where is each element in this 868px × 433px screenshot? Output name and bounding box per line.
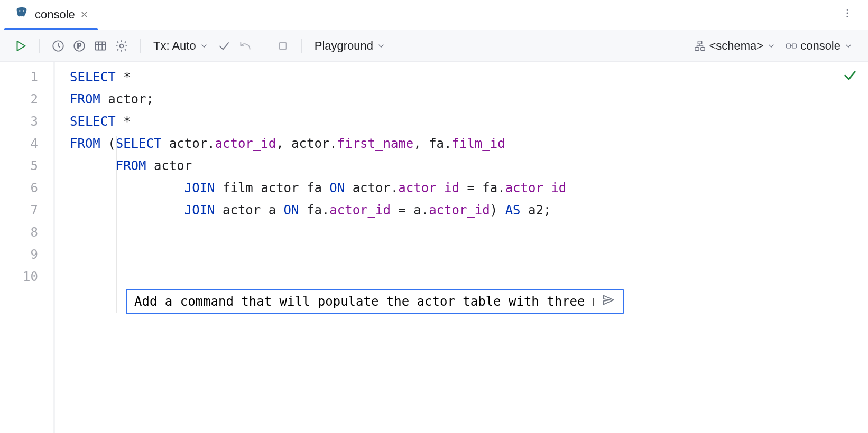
run-button[interactable]: [12, 37, 30, 55]
keyword: FROM: [116, 158, 146, 173]
settings-button[interactable]: [113, 37, 131, 55]
text: *: [116, 114, 131, 129]
line-number: 2: [0, 88, 53, 110]
svg-rect-19: [792, 44, 796, 48]
svg-rect-14: [279, 42, 286, 49]
column: actor_id: [505, 181, 567, 195]
column: actor_id: [398, 181, 459, 195]
text: *: [116, 70, 131, 84]
svg-point-1: [23, 10, 24, 11]
line-number: 6: [0, 177, 53, 199]
column: actor_id: [429, 203, 490, 218]
text: actor.: [161, 136, 215, 151]
separator: [39, 39, 40, 53]
keyword: SELECT: [116, 136, 162, 151]
svg-rect-9: [95, 42, 106, 50]
separator: [301, 39, 302, 53]
playground-label: Playground: [315, 39, 373, 53]
pad: [70, 203, 184, 218]
sql-editor[interactable]: 1 2 3 4 5 6 7 8 9 10 SELECT * FROM actor…: [0, 62, 868, 433]
query-toolbar: P Tx: Auto Playground <schema> console: [0, 30, 868, 62]
svg-marker-5: [17, 41, 25, 50]
keyword: JOIN: [184, 181, 215, 195]
text: actor;: [100, 92, 154, 107]
line-number: 3: [0, 110, 53, 133]
svg-rect-15: [698, 41, 702, 44]
line-number: 5: [0, 155, 53, 177]
svg-rect-18: [787, 44, 790, 48]
separator: [264, 39, 264, 53]
text: film_actor fa: [215, 181, 330, 195]
postgres-icon: [14, 6, 30, 24]
explain-plan-button[interactable]: P: [70, 37, 88, 55]
pad: [70, 158, 116, 173]
separator: [140, 39, 141, 53]
svg-point-3: [847, 13, 848, 14]
svg-point-2: [847, 9, 848, 11]
schema-label: <schema>: [709, 39, 763, 53]
column: actor_id: [329, 203, 391, 218]
tab-overflow-button[interactable]: [831, 7, 864, 22]
text: actor.: [345, 181, 398, 195]
keyword: SELECT: [70, 70, 116, 84]
playground-dropdown[interactable]: Playground: [311, 37, 389, 55]
status-ok-icon: [843, 68, 857, 86]
output-table-button[interactable]: [91, 37, 109, 55]
close-icon[interactable]: ✕: [80, 9, 88, 21]
text: , actor.: [276, 136, 337, 151]
tx-mode-label: Tx: Auto: [153, 39, 196, 53]
commit-button[interactable]: [215, 37, 233, 55]
indent-guide: [116, 136, 117, 313]
keyword: ON: [284, 203, 299, 218]
keyword: AS: [505, 203, 521, 218]
text: fa.: [299, 203, 330, 218]
column: actor_id: [215, 136, 276, 151]
line-gutter: 1 2 3 4 5 6 7 8 9 10: [0, 62, 53, 433]
ai-prompt-input[interactable]: [134, 294, 594, 309]
tab-label: console: [35, 8, 75, 22]
text: (: [100, 136, 116, 151]
line-number: 4: [0, 133, 53, 155]
tab-bar: console ✕: [0, 0, 868, 30]
keyword: FROM: [70, 92, 100, 107]
line-number: 8: [0, 221, 53, 243]
svg-point-13: [120, 44, 124, 48]
line-number: 10: [0, 266, 53, 288]
ai-prompt-box: [126, 289, 624, 314]
session-dropdown[interactable]: console: [782, 37, 856, 55]
line-number: 9: [0, 243, 53, 266]
svg-text:P: P: [77, 42, 81, 50]
text: actor: [146, 158, 192, 173]
column: film_id: [452, 136, 505, 151]
keyword: SELECT: [70, 114, 116, 129]
pad: [70, 181, 184, 195]
tx-mode-dropdown[interactable]: Tx: Auto: [150, 37, 212, 55]
text: = a.: [391, 203, 429, 218]
history-button[interactable]: [49, 37, 67, 55]
svg-rect-17: [701, 47, 705, 50]
session-label: console: [800, 39, 841, 53]
keyword: ON: [329, 181, 345, 195]
svg-rect-16: [695, 47, 699, 50]
line-number: 7: [0, 199, 53, 221]
keyword: FROM: [70, 136, 100, 151]
svg-point-0: [19, 10, 20, 11]
column: first_name: [337, 136, 414, 151]
text: , fa.: [413, 136, 451, 151]
rollback-button[interactable]: [236, 37, 254, 55]
schema-dropdown[interactable]: <schema>: [691, 37, 779, 55]
stop-button[interactable]: [274, 37, 292, 55]
svg-point-4: [847, 16, 848, 17]
code-pane[interactable]: SELECT * FROM actor; SELECT * FROM (SELE…: [53, 62, 868, 433]
text: = fa.: [459, 181, 505, 195]
text: a2;: [521, 203, 551, 218]
text: actor a: [215, 203, 284, 218]
send-icon[interactable]: [602, 293, 615, 310]
tab-console[interactable]: console ✕: [4, 0, 98, 30]
line-number: 1: [0, 66, 53, 88]
keyword: JOIN: [184, 203, 215, 218]
text: ): [490, 203, 505, 218]
